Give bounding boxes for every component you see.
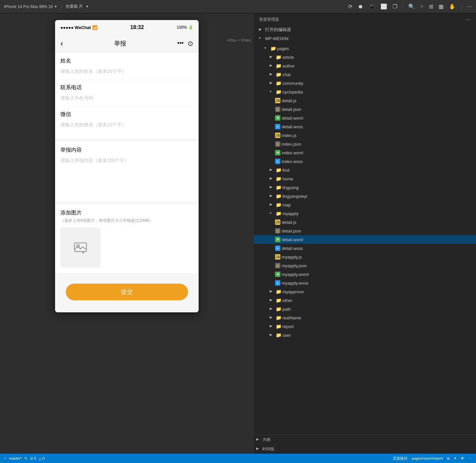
sidebar-item-community[interactable]: ▶ 📁 community — [254, 79, 476, 88]
sidebar-item-myapply[interactable]: ▾ 📁 myapply — [254, 209, 476, 218]
open-editors-section[interactable]: ▶ 打开的编辑器 — [254, 25, 476, 34]
chevron-right-path-icon: ▶ — [270, 307, 274, 311]
branch-icon: ⑂ — [4, 456, 6, 460]
sidebar-item-myapply-js[interactable]: JS myapply.js — [254, 253, 476, 261]
eye-icon[interactable]: 👁 — [461, 456, 464, 460]
sidebar-item-lingyangxieyi[interactable]: ▶ 📁 lingyangxieyi — [254, 192, 476, 200]
cyclopedia-detail-wxss-label: detail.wxss — [282, 124, 473, 129]
device-selector[interactable]: iPhone 14 Pro Max 89% 16 ▼ — [4, 4, 57, 9]
myapply-json-label: myapply.json — [282, 263, 473, 268]
sidebar-item-cyclopedia-index-json[interactable]: {} index.json — [254, 140, 476, 148]
folder-pages-icon: 📁 — [270, 46, 276, 51]
sidebar-item-home[interactable]: ▶ 📁 home — [254, 174, 476, 183]
warnings-label: △ 0 — [39, 456, 44, 461]
submit-button[interactable]: 提交 — [66, 284, 188, 300]
sidebar-item-user[interactable]: ▶ 📁 user — [254, 331, 476, 339]
sidebar-item-find[interactable]: ▶ 📁 find — [254, 166, 476, 174]
chevron-right-other-icon: ▶ — [270, 298, 274, 303]
sidebar-item-path[interactable]: ▶ 📁 path — [254, 305, 476, 313]
sparkle-icon[interactable]: ✦ — [454, 456, 457, 461]
sidebar-item-other[interactable]: ▶ 📁 other — [254, 296, 476, 305]
nav-title: 举报 — [114, 39, 126, 47]
wechat-input[interactable]: 请输入你的微信（最多20个字） — [60, 121, 193, 129]
sidebar-item-myapply-detail-wxss[interactable]: ≈ detail.wxss — [254, 244, 476, 253]
sidebar-item-chat[interactable]: ▶ 📁 chat — [254, 70, 476, 79]
chevron-right-report-icon: ▶ — [270, 324, 274, 329]
phone-field-block: 联系电话 请输入手机号码 — [60, 80, 193, 107]
timeline-panel[interactable]: ▶ 时间线 — [254, 444, 476, 454]
myapply-detail-wxss-label: detail.wxss — [282, 246, 473, 251]
sidebar-item-cyclopedia[interactable]: ▾ 📁 cyclopedia — [254, 88, 476, 96]
main-area: ●●●●● WeChat 📶 18:32 100% 🔋 ‹ 举报 ••• ⊙ — [0, 13, 476, 454]
nav-record-button[interactable]: ⊙ — [188, 39, 193, 47]
sidebar-item-cyclopedia-index-js[interactable]: JS index.js — [254, 131, 476, 140]
chevron-down-icon: ▾ — [259, 36, 264, 41]
chevron-down-pages-icon: ▾ — [264, 46, 269, 51]
file-wxss-icon4: ≈ — [275, 280, 280, 286]
cyclopedia-label: cyclopedia — [282, 90, 473, 95]
sidebar-item-report[interactable]: ▶ 📁 report — [254, 322, 476, 331]
sidebar-item-myapprove[interactable]: ▶ 📁 myapprove — [254, 287, 476, 296]
sidebar-item-realname[interactable]: ▶ 📁 realName — [254, 313, 476, 322]
chevron-timeline-icon: ▶ — [256, 447, 261, 451]
chevron-right-home-icon: ▶ — [270, 176, 274, 181]
folder-chat-icon: 📁 — [276, 72, 281, 77]
name-input[interactable]: 请输入您的姓名（最多20个字） — [60, 67, 193, 76]
file-wxss-icon: ≈ — [275, 124, 280, 129]
split-icon[interactable]: ⬜ — [381, 3, 387, 10]
sidebar-item-cyclopedia-index-wxml[interactable]: ✦ index.wxml — [254, 148, 476, 157]
project-section[interactable]: ▾ MP-WEIXIN — [254, 34, 476, 43]
sync-icon[interactable]: ↻ — [24, 456, 27, 461]
phone-icon[interactable]: 📱 — [369, 3, 375, 10]
sidebar-item-pages[interactable]: ▾ 📁 pages — [254, 44, 476, 53]
errors-label: ⊘ 0 — [30, 456, 36, 461]
copy-icon[interactable]: ❐ — [393, 3, 397, 10]
sidebar-item-map[interactable]: ▶ 📁 map — [254, 200, 476, 209]
copy-page-icon[interactable]: ⧉ — [447, 456, 450, 461]
sidebar-item-cyclopedia-detail-json[interactable]: {} detail.json — [254, 105, 476, 114]
outline-panel[interactable]: ▶ 大纲 — [254, 435, 476, 444]
status-time: 18:32 — [130, 24, 144, 30]
sidebar-item-author[interactable]: ▶ 📁 author — [254, 61, 476, 70]
sidebar-item-myapply-json[interactable]: {} myapply.json — [254, 261, 476, 270]
phone-input[interactable]: 请输入手机号码 — [60, 94, 193, 103]
record-icon[interactable]: ⏺ — [358, 4, 363, 10]
wechat-label: 微信 — [60, 111, 193, 118]
sidebar-item-cyclopedia-detail-wxml[interactable]: ✦ detail.wxml — [254, 114, 476, 122]
grid-icon[interactable]: ⊞ — [429, 3, 433, 10]
nav-dots-button[interactable]: ••• — [177, 40, 184, 47]
sidebar-item-myapply-detail-json[interactable]: {} detail.json — [254, 226, 476, 235]
sidebar-more-icon[interactable]: ⋯ — [465, 16, 471, 23]
outline-label: 大纲 — [262, 437, 270, 443]
report-input[interactable]: 请输入举报内容（最多150个字） — [60, 156, 193, 165]
branch-name[interactable]: master* — [9, 456, 22, 460]
search-icon[interactable]: 🔍 — [408, 3, 415, 10]
sidebar-item-myapply-wxml[interactable]: ✦ myapply.wxml — [254, 270, 476, 279]
folder-path-icon: 📁 — [276, 306, 281, 312]
page-path[interactable]: pages/report/report — [412, 456, 443, 460]
more-status-icon[interactable]: ⋯ — [468, 456, 472, 461]
folder-myapply-icon: 📁 — [276, 211, 281, 216]
sidebar-item-cyclopedia-index-wxss[interactable]: ≈ index.wxss — [254, 157, 476, 166]
back-button[interactable]: ‹ — [60, 39, 63, 48]
chevron-right-find-icon: ▶ — [270, 168, 274, 172]
file-wxml-icon4: ✦ — [275, 272, 280, 277]
sidebar-item-cyclopedia-detail-wxss[interactable]: ≈ detail.wxss — [254, 122, 476, 131]
hotreload-label[interactable]: 热重载 开 — [66, 4, 83, 9]
sidebar-item-myapply-detail-wxml[interactable]: ✦ detail.wxml — [254, 235, 476, 244]
refresh-icon[interactable]: ⟳ — [348, 3, 352, 10]
px-label: 430px × 834px — [227, 38, 251, 42]
sidebar-item-cyclopedia-detail-js[interactable]: JS detail.js — [254, 96, 476, 105]
more-icon[interactable]: ⋯ — [467, 3, 472, 10]
branch-icon[interactable]: ⑂ — [420, 4, 424, 10]
layout-icon[interactable]: ▦ — [439, 3, 444, 10]
sidebar-item-lingyang[interactable]: ▶ 📁 lingyang — [254, 183, 476, 192]
hand-icon[interactable]: ✋ — [449, 3, 456, 10]
sidebar-item-myapply-wxss[interactable]: ≈ myapply.wxss — [254, 279, 476, 287]
myapply-wxml-label: myapply.wxml — [282, 272, 473, 277]
sidebar-item-myapply-detail-js[interactable]: JS detail.js — [254, 218, 476, 226]
chat-label: chat — [282, 72, 473, 77]
image-upload-box[interactable] — [60, 227, 100, 268]
sidebar-item-article[interactable]: ▶ 📁 article — [254, 53, 476, 61]
project-label: MP-WEIXIN — [265, 36, 288, 41]
